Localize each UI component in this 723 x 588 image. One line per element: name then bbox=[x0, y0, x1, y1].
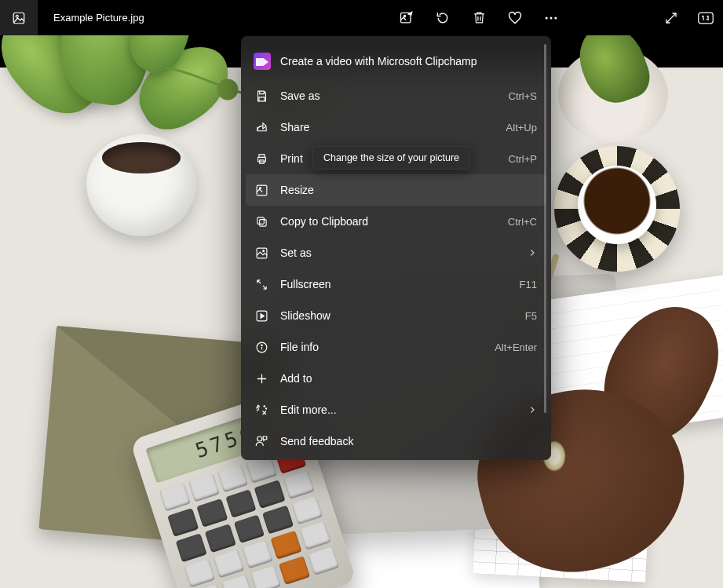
slideshow-icon bbox=[254, 308, 269, 323]
menu-item-send-feedback[interactable]: Send feedback bbox=[241, 425, 551, 457]
menu-shortcut: F11 bbox=[520, 279, 537, 290]
svg-rect-7 bbox=[699, 13, 713, 24]
menu-item-set-as[interactable]: Set as bbox=[241, 237, 551, 268]
menu-item-clipchamp[interactable]: Create a video with Microsoft Clipchamp bbox=[241, 42, 551, 80]
copy-icon bbox=[254, 214, 269, 229]
resize-icon bbox=[254, 182, 269, 198]
menu-label: Share bbox=[280, 121, 506, 133]
menu-item-share[interactable]: Share Alt+Up bbox=[241, 111, 551, 143]
rotate-icon[interactable] bbox=[433, 9, 452, 27]
menu-label: Save as bbox=[280, 89, 509, 102]
menu-label: Send feedback bbox=[280, 435, 537, 447]
overflow-icon bbox=[254, 456, 269, 460]
svg-point-1 bbox=[16, 15, 18, 17]
more-options-menu: Create a video with Microsoft Clipchamp … bbox=[241, 36, 551, 460]
actual-size-icon[interactable] bbox=[696, 9, 715, 27]
menu-label: File info bbox=[280, 341, 495, 353]
svg-rect-16 bbox=[257, 217, 264, 224]
feedback-icon bbox=[254, 433, 269, 449]
menu-item-fullscreen[interactable]: Fullscreen F11 bbox=[241, 268, 551, 300]
svg-point-24 bbox=[257, 436, 262, 441]
svg-rect-11 bbox=[257, 157, 265, 162]
menu-label: Add to bbox=[280, 372, 537, 385]
menu-shortcut: Alt+Up bbox=[506, 122, 537, 133]
svg-rect-15 bbox=[259, 219, 266, 226]
menu-item-resize[interactable]: Resize bbox=[246, 174, 546, 206]
menu-label: Copy to Clipboard bbox=[280, 215, 508, 228]
menu-label: Create a video with Microsoft Clipchamp bbox=[280, 55, 537, 68]
menu-shortcut: Ctrl+C bbox=[508, 216, 537, 228]
svg-point-5 bbox=[550, 16, 553, 19]
more-icon[interactable] bbox=[542, 9, 561, 27]
menu-shortcut: F5 bbox=[525, 310, 537, 322]
menu-item-add-to[interactable]: Add to bbox=[241, 363, 551, 394]
title-bar: Example Picture.jpg bbox=[0, 0, 723, 35]
svg-point-18 bbox=[262, 250, 264, 251]
fullscreen-icon[interactable] bbox=[662, 9, 681, 27]
menu-item-file-info[interactable]: File info Alt+Enter bbox=[241, 331, 551, 363]
menu-item-edit-more[interactable]: Edit more... bbox=[241, 394, 551, 425]
menu-shortcut: Alt+Enter bbox=[495, 341, 537, 353]
menu-label: Fullscreen bbox=[280, 278, 520, 290]
edit-image-icon[interactable] bbox=[397, 9, 416, 27]
share-icon bbox=[254, 119, 269, 135]
menu-shortcut: Ctrl+S bbox=[509, 90, 537, 102]
menu-shortcut: Ctrl+P bbox=[509, 153, 537, 165]
menu-item-save-as[interactable]: Save as Ctrl+S bbox=[241, 80, 551, 111]
edit-more-icon bbox=[254, 402, 269, 418]
menu-label: Edit more... bbox=[280, 404, 528, 416]
fullscreen-menu-icon bbox=[254, 276, 269, 292]
resize-tooltip: Change the size of your picture bbox=[312, 146, 470, 170]
menu-label: Slideshow bbox=[280, 309, 525, 322]
menu-label: Set as bbox=[280, 247, 528, 259]
set-as-icon bbox=[254, 245, 269, 261]
menu-item-copy[interactable]: Copy to Clipboard Ctrl+C bbox=[241, 206, 551, 237]
menu-label: Resize bbox=[280, 184, 537, 196]
app-icon[interactable] bbox=[0, 0, 38, 35]
info-icon bbox=[254, 339, 269, 355]
favorite-icon[interactable] bbox=[506, 9, 524, 27]
menu-item-overflow[interactable] bbox=[241, 457, 551, 460]
svg-rect-0 bbox=[13, 13, 24, 24]
svg-point-6 bbox=[554, 16, 557, 19]
save-icon bbox=[254, 88, 269, 104]
svg-point-23 bbox=[265, 408, 266, 409]
svg-point-22 bbox=[264, 406, 265, 407]
svg-point-14 bbox=[259, 187, 261, 188]
svg-point-3 bbox=[403, 15, 405, 16]
svg-point-21 bbox=[261, 344, 261, 345]
file-title: Example Picture.jpg bbox=[53, 12, 144, 24]
print-icon bbox=[254, 151, 269, 166]
menu-item-slideshow[interactable]: Slideshow F5 bbox=[241, 300, 551, 331]
svg-point-8 bbox=[218, 80, 237, 99]
delete-icon[interactable] bbox=[469, 9, 488, 27]
chevron-right-icon bbox=[528, 248, 537, 257]
svg-point-4 bbox=[546, 16, 548, 19]
add-icon bbox=[254, 371, 269, 386]
chevron-right-icon bbox=[528, 405, 537, 415]
clipchamp-icon bbox=[254, 53, 271, 70]
